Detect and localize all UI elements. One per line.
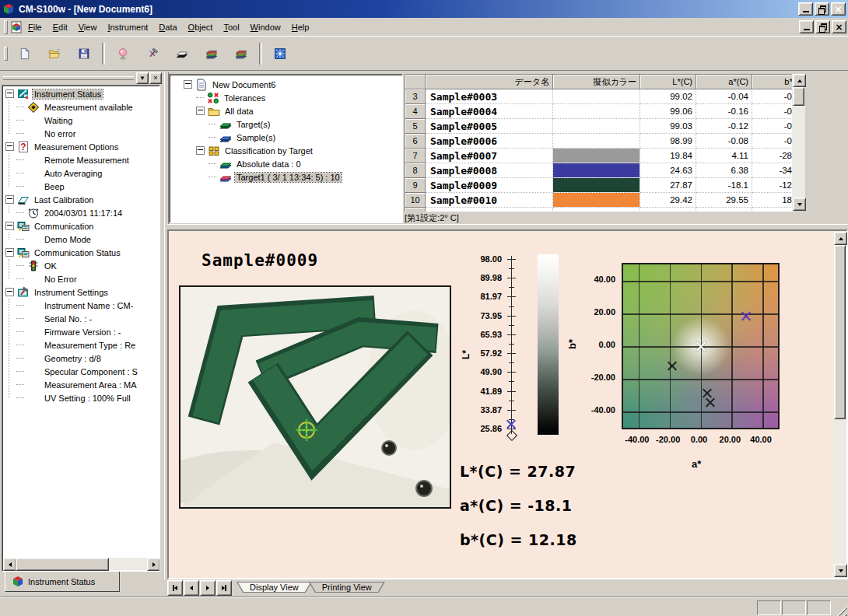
row-number[interactable]: 3 (405, 89, 426, 104)
sample-measure-button[interactable] (197, 40, 226, 68)
cell-b[interactable]: -28.97 (752, 149, 793, 163)
doctree-item-sample-s-[interactable]: Sample(s) (171, 131, 401, 144)
instrument-setup-button[interactable] (138, 40, 167, 68)
doctree-item-all-data[interactable]: All data (171, 104, 401, 117)
tree-item-last-calibration[interactable]: Last Calibration (4, 193, 158, 206)
cell-data-name[interactable]: Sample#0007 (426, 149, 553, 163)
tree-item-auto-averaging[interactable]: Auto Averaging (4, 166, 158, 180)
cell-data-name[interactable]: Sample#0009 (426, 178, 553, 193)
cell-a[interactable]: 29.55 (696, 193, 752, 208)
save-button[interactable] (69, 40, 99, 68)
cell-a[interactable]: 4.11 (696, 149, 752, 163)
view-scroll-down-button[interactable] (834, 564, 847, 577)
cell-L[interactable]: 99.02 (640, 89, 696, 104)
menu-object[interactable]: Object (183, 20, 219, 34)
data-list-button[interactable] (226, 40, 256, 68)
expand-toggle[interactable] (5, 288, 14, 296)
doctree-item-classification-by-target[interactable]: Classification by Target (171, 144, 401, 157)
doctree-item-tolerances[interactable]: Tolerances (171, 91, 401, 104)
measure-probe-button[interactable] (108, 40, 138, 68)
last-view-button[interactable] (216, 580, 232, 596)
cell-a[interactable]: 6.38 (696, 163, 752, 178)
cell-L[interactable]: 29.42 (640, 193, 696, 208)
tree-item-instrument-settings[interactable]: Instrument Settings (4, 285, 158, 299)
cell-data-name[interactable]: Sample#0003 (426, 89, 553, 104)
tree-hscrollbar[interactable] (3, 558, 160, 570)
table-scroll-thumb[interactable] (793, 87, 804, 106)
tree-item-geometry-d-8[interactable]: Geometry : d/8 (4, 352, 158, 365)
row-number[interactable]: 8 (405, 163, 426, 178)
cell-pseudo-color[interactable] (553, 178, 640, 193)
col-header-L[interactable]: L*(C) (640, 75, 696, 89)
tree-hscroll-thumb[interactable] (16, 558, 109, 571)
row-number[interactable]: 4 (405, 104, 426, 119)
cell-data-name[interactable]: Sample#0008 (426, 163, 553, 178)
cell-L[interactable]: 19.84 (640, 149, 696, 163)
tree-item-waiting[interactable]: Waiting (4, 114, 158, 127)
tree-item-instrument-status[interactable]: Instrument Status (4, 87, 158, 100)
expand-toggle[interactable] (184, 80, 192, 89)
next-view-button[interactable] (200, 580, 216, 596)
cell-pseudo-color[interactable] (553, 149, 640, 163)
cell-L[interactable]: 27.87 (640, 178, 696, 193)
expand-toggle[interactable] (5, 89, 14, 98)
expand-toggle[interactable] (5, 142, 14, 151)
new-document-button[interactable] (10, 40, 40, 68)
child-restore-button[interactable] (815, 20, 830, 33)
menu-tool[interactable]: Tool (218, 20, 244, 34)
menu-file[interactable]: File (23, 20, 47, 34)
cell-b[interactable]: -0.28 (752, 119, 793, 134)
doctree-item-target1-3-1-13-34-5-10[interactable]: Target1 ( 3/ 1 13:34: 5) : 10 (171, 170, 401, 184)
row-number[interactable]: 9 (405, 178, 426, 193)
expand-toggle[interactable] (5, 222, 14, 230)
cell-b[interactable]: -12.18 (752, 178, 793, 193)
remote-measure-button[interactable] (265, 40, 295, 68)
scroll-left-button[interactable] (3, 558, 16, 571)
cell-b[interactable]: -0.28 (752, 104, 793, 119)
col-header-a[interactable]: a*(C) (696, 75, 752, 89)
tree-item-remote-measurement[interactable]: Remote Measurement (4, 153, 158, 166)
cell-b[interactable]: -0.45 (752, 134, 793, 149)
child-close-button[interactable]: × (832, 20, 846, 33)
open-button[interactable] (40, 40, 69, 68)
cell-b[interactable]: 18.39 (752, 193, 793, 208)
cell-data-name[interactable]: Sample#0005 (426, 119, 553, 134)
tree-item-no-error[interactable]: No Error (4, 272, 158, 285)
menu-window[interactable]: Window (245, 20, 286, 34)
close-button[interactable]: × (831, 2, 846, 16)
menu-view[interactable]: View (73, 20, 103, 34)
tree-item-measurement-options[interactable]: ?Measurement Options (4, 140, 158, 153)
row-number[interactable]: 6 (405, 134, 426, 149)
cell-L[interactable]: 24.63 (640, 163, 696, 178)
menu-instrument[interactable]: Instrument (102, 20, 153, 34)
tree-item-demo-mode[interactable]: Demo Mode (4, 233, 158, 246)
row-number[interactable]: 5 (405, 119, 426, 134)
tree-item-firmware-version-[interactable]: Firmware Version : - (4, 325, 158, 338)
table-scroll-down-button[interactable] (793, 198, 806, 211)
table-scroll-up-button[interactable] (793, 74, 806, 87)
tree-item-measreument-available[interactable]: Measreument available (4, 100, 158, 114)
expand-toggle[interactable] (5, 248, 14, 257)
tab-printing-view[interactable]: Printing View (308, 580, 386, 595)
dock-close-button[interactable]: × (149, 72, 162, 84)
cell-a[interactable]: -0.12 (696, 119, 752, 134)
expand-toggle[interactable] (196, 107, 205, 115)
dock-title-grip[interactable]: ▾ × (2, 72, 162, 84)
tree-item-uv-setting-100-full[interactable]: UV Setting : 100% Full (4, 391, 158, 404)
cell-a[interactable]: -18.1 (696, 178, 752, 193)
col-header-rownum[interactable] (405, 75, 426, 89)
cell-L[interactable]: 98.99 (640, 134, 696, 149)
tree-item-beep[interactable]: Beep (4, 180, 158, 193)
dock-tab-instrument-status[interactable]: Instrument Status (5, 572, 120, 592)
menu-edit[interactable]: Edit (47, 20, 73, 34)
cell-pseudo-color[interactable] (553, 134, 640, 149)
col-header-name[interactable]: データ名 (426, 75, 553, 89)
menu-data[interactable]: Data (153, 20, 182, 34)
cell-a[interactable]: -0.16 (696, 104, 752, 119)
tree-item-instrument-name-cm-[interactable]: Instrument Name : CM- (4, 299, 158, 312)
expand-toggle[interactable] (196, 146, 205, 155)
cell-b[interactable]: -0.57 (752, 89, 793, 104)
doctree-item-absolute-data-0[interactable]: Absolute data : 0 (171, 157, 401, 170)
cell-a[interactable]: -0.08 (696, 134, 752, 149)
cell-data-name[interactable]: Sample#0004 (426, 104, 553, 119)
